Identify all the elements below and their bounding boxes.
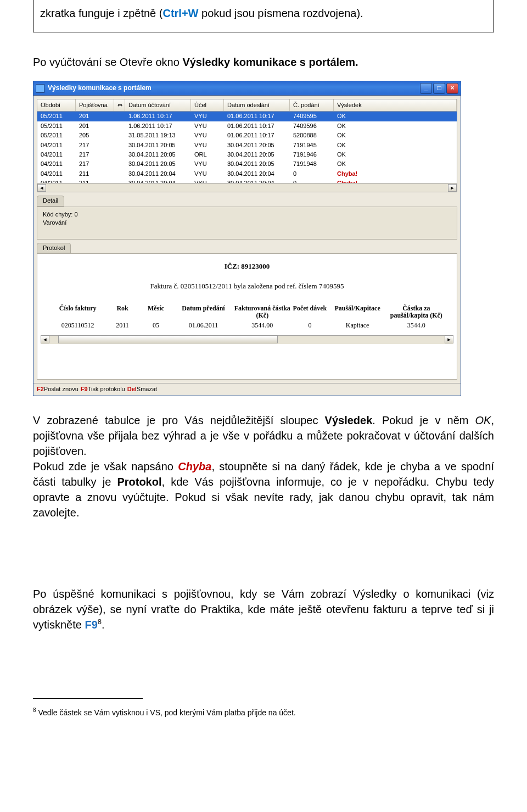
protokol-table-header: Číslo faktury Rok Měsíc Datum předání Fa…	[46, 305, 448, 320]
col-datum-uctovani[interactable]: Datum účtování	[125, 99, 191, 111]
scrollbar-thumb[interactable]	[58, 336, 278, 343]
intro-box: zkratka funguje i zpětně (Ctrl+W pokud j…	[33, 0, 494, 32]
statusbar-f2[interactable]: F2Poslat znovu	[37, 385, 79, 393]
col-cislo-podani[interactable]: Č. podání	[290, 99, 334, 111]
detail-warning: Varování	[43, 219, 451, 227]
intro-text-post: pokud jsou písmena rozdvojena).	[198, 7, 363, 19]
statusbar-del[interactable]: DelSmazat	[127, 385, 157, 393]
window-name-bold: Výsledky komunikace s portálem.	[182, 56, 358, 68]
col-obdobi[interactable]: Období	[37, 99, 76, 111]
protokol-panel[interactable]: IČZ: 89123000 Faktura č. 0205110512/2011…	[37, 253, 457, 380]
grid-h-scrollbar[interactable]: ◄ ►	[37, 183, 457, 192]
grid-body[interactable]: 05/20112011.06.2011 10:17VYU01.06.2011 1…	[37, 112, 457, 183]
detail-label: Detail	[37, 196, 64, 206]
table-row[interactable]: 05/20112011.06.2011 10:17VYU01.06.2011 1…	[37, 112, 457, 121]
scroll-left-icon[interactable]: ◄	[41, 336, 49, 343]
scroll-left-icon[interactable]: ◄	[37, 184, 46, 192]
results-window: Výsledky komunikace s portálem _ □ × Obd…	[33, 81, 461, 396]
protokol-table-row: 0205110512 2011 05 01.06.2011 3544.00 0 …	[46, 320, 448, 330]
table-row[interactable]: 04/201121730.04.2011 20:05VYU30.04.2011 …	[37, 159, 457, 169]
grid-header[interactable]: Období Pojišťovna ⇔ Datum účtování Účel …	[37, 99, 457, 112]
protokol-label: Protokol	[37, 243, 71, 253]
col-pojistovna[interactable]: Pojišťovna	[76, 99, 114, 111]
scroll-right-icon[interactable]: ►	[448, 184, 457, 192]
protokol-faktura-line: Faktura č. 0205110512/2011 byla založena…	[46, 281, 448, 291]
col-signature-icon[interactable]: ⇔	[114, 99, 125, 111]
footnote-8: 8 Vedle částek se Vám vytisknou i VS, po…	[33, 707, 494, 718]
scroll-right-icon[interactable]: ►	[445, 336, 453, 343]
table-row[interactable]: 04/201121130.04.2011 20:04VYU30.04.2011 …	[37, 169, 457, 179]
results-grid[interactable]: Období Pojišťovna ⇔ Datum účtování Účel …	[37, 99, 457, 192]
footnote-ref-8: 8	[98, 618, 102, 626]
window-title: Výsledky komunikace s portálem	[48, 84, 152, 93]
footnote-separator	[33, 698, 143, 699]
table-row[interactable]: 04/201121130.04.2011 20:04VYU30.04.2011 …	[37, 179, 457, 183]
shortcut-ctrlw: Ctrl+W	[162, 7, 198, 19]
table-row[interactable]: 05/201120531.05.2011 19:13VYU01.06.2011 …	[37, 131, 457, 140]
para-uspesna: Po úspěšné komunikaci s pojišťovnou, kdy…	[33, 586, 494, 632]
table-row[interactable]: 05/20112011.06.2011 10:17VYU01.06.2011 1…	[37, 121, 457, 131]
minimize-button[interactable]: _	[420, 83, 432, 94]
table-row[interactable]: 04/201121730.04.2011 20:05ORL30.04.2011 …	[37, 150, 457, 159]
intro-text-pre: zkratka funguje i zpětně (	[40, 7, 162, 19]
col-vysledek[interactable]: Výsledek	[334, 99, 457, 111]
protokol-icz: IČZ: 89123000	[46, 262, 448, 271]
app-icon	[36, 84, 44, 93]
para-after-box: Po vyúčtování se Otevře okno Výsledky ko…	[33, 54, 494, 70]
protokol-h-scrollbar[interactable]: ◄ ►	[41, 335, 453, 344]
table-row[interactable]: 04/201121730.04.2011 20:05VYU30.04.2011 …	[37, 141, 457, 150]
close-button[interactable]: ×	[446, 83, 458, 94]
para-vysledek: V zobrazené tabulce je pro Vás nejdůleži…	[33, 413, 494, 520]
col-datum-odeslani[interactable]: Datum odeslání	[224, 99, 290, 111]
detail-error-code: Kód chyby: 0	[43, 210, 451, 219]
titlebar[interactable]: Výsledky komunikace s portálem _ □ ×	[33, 81, 461, 96]
statusbar: F2Poslat znovu F9Tisk protokolu DelSmaza…	[33, 383, 461, 395]
statusbar-f9[interactable]: F9Tisk protokolu	[81, 385, 125, 393]
col-ucel[interactable]: Účel	[191, 99, 224, 111]
maximize-button[interactable]: □	[433, 83, 445, 94]
detail-panel: Kód chyby: 0 Varování	[37, 207, 457, 240]
